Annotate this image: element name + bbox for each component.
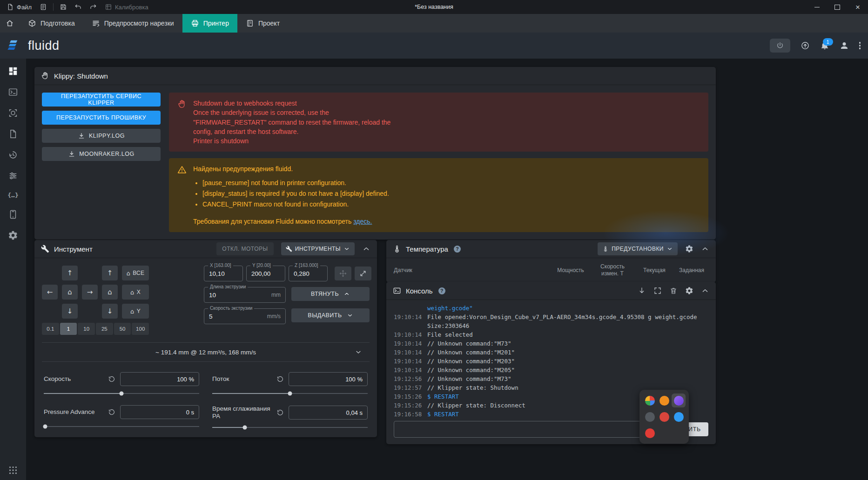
gcode-preview-icon[interactable] bbox=[8, 108, 18, 118]
help-icon[interactable]: ? bbox=[438, 287, 445, 294]
step-size-button[interactable]: 100 bbox=[132, 323, 149, 335]
reset-icon[interactable] bbox=[108, 408, 115, 416]
slider-thumb[interactable] bbox=[243, 426, 247, 430]
slider-track[interactable] bbox=[44, 426, 199, 427]
step-size-button[interactable]: 25 bbox=[96, 323, 113, 335]
extrude-speed-field[interactable]: Скорость экструзии 5mm/s bbox=[204, 308, 286, 324]
restart-firmware-button[interactable]: ПЕРЕЗАПУСТИТЬ ПРОШИВКУ bbox=[42, 111, 161, 125]
console-settings-icon[interactable] bbox=[685, 287, 693, 295]
console-input[interactable] bbox=[394, 421, 651, 438]
printer-icon bbox=[191, 19, 199, 27]
console-icon[interactable] bbox=[8, 87, 18, 97]
slider-value-field[interactable]: 100 % bbox=[289, 372, 368, 386]
reset-icon[interactable] bbox=[108, 375, 115, 383]
slider-thumb[interactable] bbox=[43, 425, 47, 429]
apps-grid-icon[interactable] bbox=[8, 465, 18, 475]
slider-value-field[interactable]: 0 s bbox=[120, 405, 199, 419]
slider-thumb[interactable] bbox=[120, 392, 124, 396]
help-icon[interactable]: ? bbox=[454, 246, 461, 253]
slider-track[interactable] bbox=[44, 393, 199, 394]
collapse-console-icon[interactable] bbox=[701, 287, 709, 295]
history-icon[interactable] bbox=[8, 150, 18, 160]
system-icon[interactable] bbox=[8, 209, 18, 220]
extrude-length-field[interactable]: Длина экструзии 10mm bbox=[204, 287, 286, 303]
upload-print-icon[interactable] bbox=[801, 41, 810, 50]
emergency-stop-button[interactable] bbox=[770, 39, 790, 53]
slider-thumb[interactable] bbox=[288, 392, 292, 396]
maximize-button[interactable] bbox=[827, 0, 848, 14]
purple-extension-icon[interactable] bbox=[672, 393, 686, 407]
fullscreen-console-icon[interactable] bbox=[653, 287, 662, 295]
tab-preview[interactable]: Предпросмотр нарезки bbox=[83, 14, 182, 33]
file-menu[interactable]: Файл bbox=[5, 3, 34, 11]
step-size-button[interactable]: 10 bbox=[78, 323, 95, 335]
scroll-to-bottom-icon[interactable] bbox=[638, 287, 646, 295]
motors-off-button[interactable]: ОТКЛ. МОТОРЫ bbox=[216, 242, 273, 255]
calibration-menu[interactable]: Калибровка bbox=[103, 3, 150, 11]
collapse-temperature-icon[interactable] bbox=[701, 245, 709, 253]
configure-icon[interactable]: {…} bbox=[7, 192, 18, 199]
move-z-minus-button[interactable]: ↓ bbox=[102, 304, 118, 319]
home-y-button[interactable]: ⌂Y bbox=[122, 304, 149, 319]
slider-value-field[interactable]: 0,04 s bbox=[289, 406, 368, 420]
slice-preview-icon bbox=[92, 19, 100, 27]
temperature-settings-icon[interactable] bbox=[685, 245, 693, 253]
close-button[interactable]: × bbox=[848, 0, 868, 14]
tab-project[interactable]: Проект bbox=[237, 14, 288, 33]
step-size-button[interactable]: 0.1 bbox=[42, 323, 59, 335]
save-button[interactable] bbox=[58, 3, 68, 11]
jobs-icon[interactable] bbox=[8, 129, 18, 139]
red-circle-extension-icon[interactable] bbox=[643, 426, 657, 440]
klippy-log-button[interactable]: KLIPPY.LOG bbox=[42, 129, 161, 143]
tune-icon[interactable] bbox=[8, 171, 18, 181]
moonraker-log-button[interactable]: MOONRAKER.LOG bbox=[42, 147, 161, 161]
move-y-minus-button[interactable]: ↓ bbox=[62, 304, 78, 319]
position-mode-icon[interactable] bbox=[335, 267, 351, 280]
orange-extension-icon[interactable] bbox=[657, 393, 671, 407]
presets-button[interactable]: ПРЕДУСТАНОВКИ bbox=[598, 242, 678, 255]
settings-icon[interactable] bbox=[8, 230, 18, 240]
move-x-minus-button[interactable]: ← bbox=[42, 285, 58, 300]
step-size-button[interactable]: 1 bbox=[60, 323, 77, 335]
undo-button[interactable] bbox=[73, 3, 83, 11]
minimize-button[interactable] bbox=[807, 0, 827, 14]
tools-menu-button[interactable]: ИНСТРУМЕНТЫ bbox=[281, 242, 355, 255]
extrusion-summary[interactable]: ~ 191.4 mm @ 12 mm³/s, 168 mm/s bbox=[42, 342, 370, 362]
move-y-plus-button[interactable]: ↑ bbox=[62, 266, 78, 280]
tab-prepare[interactable]: Подготовка bbox=[20, 14, 83, 33]
notes-icon[interactable] bbox=[38, 3, 48, 11]
move-x-plus-button[interactable]: → bbox=[82, 285, 98, 300]
position-y-field[interactable]: Y [20.00] 200,00 bbox=[246, 266, 285, 281]
reset-icon[interactable] bbox=[276, 375, 284, 383]
tab-printer[interactable]: Принтер bbox=[182, 14, 237, 33]
extrude-button[interactable]: ВЫДАВИТЬ bbox=[291, 308, 370, 322]
move-z-plus-button[interactable]: ↑ bbox=[102, 266, 118, 280]
globe-extension-icon[interactable] bbox=[643, 410, 657, 424]
slider-track[interactable] bbox=[212, 393, 368, 394]
location-pin-icon[interactable] bbox=[672, 410, 686, 424]
retract-button[interactable]: ВТЯНУТЬ bbox=[291, 287, 370, 301]
redo-button[interactable] bbox=[88, 3, 98, 11]
slider-track[interactable] bbox=[212, 427, 368, 428]
user-button[interactable] bbox=[840, 41, 849, 50]
position-x-field[interactable]: X [163.00] 10,10 bbox=[204, 266, 243, 281]
home-x-button[interactable]: ⌂X bbox=[122, 285, 149, 300]
clear-console-icon[interactable] bbox=[669, 287, 678, 295]
expand-position-icon[interactable] bbox=[355, 267, 371, 280]
collapse-toolhead-icon[interactable] bbox=[362, 245, 370, 253]
slider-value-field[interactable]: 100 % bbox=[120, 372, 199, 386]
step-size-button[interactable]: 50 bbox=[114, 323, 131, 335]
position-z-field[interactable]: Z [163.000] 0,280 bbox=[289, 266, 328, 281]
requirements-link[interactable]: здесь. bbox=[353, 218, 372, 225]
home-z-button[interactable]: ⌂ bbox=[102, 285, 118, 300]
red-white-extension-icon[interactable] bbox=[657, 410, 671, 424]
home-xy-button[interactable]: ⌂ bbox=[62, 285, 78, 300]
home-all-button[interactable]: ⌂ВСЕ bbox=[122, 266, 149, 280]
multicolor-browser-icon[interactable] bbox=[643, 393, 657, 407]
notifications-button[interactable]: 1 bbox=[820, 41, 829, 50]
overflow-menu-icon[interactable] bbox=[859, 42, 861, 49]
restart-klipper-service-button[interactable]: ПЕРЕЗАПУСТИТЬ СЕРВИС KLIPPER bbox=[42, 93, 161, 107]
reset-icon[interactable] bbox=[276, 409, 284, 416]
tab-home[interactable] bbox=[0, 14, 20, 33]
dashboard-icon[interactable] bbox=[8, 66, 18, 76]
